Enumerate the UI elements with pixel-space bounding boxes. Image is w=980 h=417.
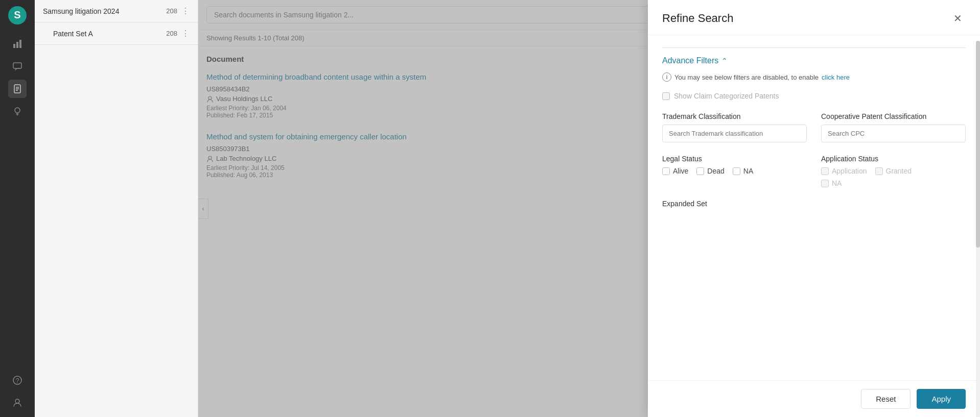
application-status-label: Application Status xyxy=(821,155,966,163)
scrollbar-track[interactable] xyxy=(976,41,980,417)
show-claim-checkbox-row: Show Claim Categorized Patents xyxy=(662,92,966,100)
advance-filters-label[interactable]: Advance Filters xyxy=(662,56,718,65)
click-here-link[interactable]: click here xyxy=(822,73,850,81)
trademark-section-label: Trademark Classification xyxy=(662,112,807,120)
status-section: Legal Status Alive Dead NA xyxy=(662,155,966,187)
expanded-set-label: Expanded Set xyxy=(662,200,966,208)
na-legal-checkbox[interactable] xyxy=(733,167,740,175)
close-panel-button[interactable]: ✕ xyxy=(949,10,966,27)
samsung-item-title: Samsung litigation 2024 xyxy=(43,7,166,15)
classification-section: Trademark Classification Cooperative Pat… xyxy=(662,112,966,142)
user-icon[interactable] xyxy=(8,394,27,412)
na-app-option: NA xyxy=(821,179,842,187)
info-icon: i xyxy=(662,72,671,82)
na-app-label: NA xyxy=(832,179,842,187)
alive-label: Alive xyxy=(673,167,688,175)
legal-status-col: Legal Status Alive Dead NA xyxy=(662,155,807,187)
svg-rect-5 xyxy=(13,63,21,68)
chart-icon[interactable] xyxy=(8,35,27,53)
svg-point-13 xyxy=(15,399,19,403)
cpc-search-input[interactable] xyxy=(821,125,966,142)
svg-text:?: ? xyxy=(16,377,19,384)
granted-checkbox xyxy=(875,167,883,175)
app-logo[interactable]: S xyxy=(7,5,28,26)
left-panel: Samsung litigation 2024 208 ⋮ Patent Set… xyxy=(35,0,198,417)
svg-rect-3 xyxy=(16,42,18,48)
trademark-search-input[interactable] xyxy=(662,125,807,142)
samsung-item-count: 208 xyxy=(166,7,177,15)
refine-search-panel: Refine Search ✕ Advance Filters ⌃ i You … xyxy=(648,0,980,417)
show-claim-checkbox[interactable] xyxy=(662,92,670,100)
svg-text:S: S xyxy=(14,9,20,20)
refine-panel-footer: Reset Apply xyxy=(648,380,980,417)
chat-icon[interactable] xyxy=(8,57,27,76)
application-status-col: Application Status Application Granted xyxy=(821,155,966,187)
granted-option: Granted xyxy=(875,167,912,175)
application-option: Application xyxy=(821,167,867,175)
cpc-col: Cooperative Patent Classification xyxy=(821,112,966,142)
alive-checkbox[interactable] xyxy=(662,167,670,175)
legal-status-label: Legal Status xyxy=(662,155,807,163)
scrollbar-thumb[interactable] xyxy=(976,41,980,248)
dead-option: Dead xyxy=(696,167,724,175)
trademark-col: Trademark Classification xyxy=(662,112,807,142)
document-icon[interactable] xyxy=(8,80,27,98)
application-checkbox xyxy=(821,167,829,175)
sidebar-bottom: ? xyxy=(8,371,27,412)
patent-set-a-item[interactable]: Patent Set A 208 ⋮ xyxy=(35,22,198,45)
cpc-section-label: Cooperative Patent Classification xyxy=(821,112,966,120)
sidebar: S ? xyxy=(0,0,35,417)
application-status-options: Application Granted NA xyxy=(821,167,966,187)
granted-label: Granted xyxy=(886,167,912,175)
reset-button[interactable]: Reset xyxy=(861,389,911,409)
samsung-litigation-item[interactable]: Samsung litigation 2024 208 ⋮ xyxy=(35,0,198,22)
application-label: Application xyxy=(832,167,867,175)
refine-panel-body: Advance Filters ⌃ i You may see below fi… xyxy=(648,35,980,380)
samsung-item-menu-icon[interactable]: ⋮ xyxy=(181,6,190,16)
app-status-row-1: Application Granted xyxy=(821,167,966,175)
lightbulb-icon[interactable] xyxy=(8,102,27,120)
patent-set-a-menu-icon[interactable]: ⋮ xyxy=(181,29,190,38)
svg-rect-2 xyxy=(13,44,15,48)
na-legal-label: NA xyxy=(743,167,753,175)
advance-filters-chevron-icon[interactable]: ⌃ xyxy=(721,57,728,65)
svg-point-10 xyxy=(15,108,20,113)
legal-status-options: Alive Dead NA xyxy=(662,167,807,175)
refine-panel-header: Refine Search ✕ xyxy=(648,0,980,35)
advance-filters-row: Advance Filters ⌃ xyxy=(662,56,966,65)
alive-option: Alive xyxy=(662,167,688,175)
show-claim-label: Show Claim Categorized Patents xyxy=(674,92,779,100)
patent-set-a-count: 208 xyxy=(166,30,177,37)
na-legal-option: NA xyxy=(733,167,753,175)
help-icon[interactable]: ? xyxy=(8,371,27,389)
apply-button[interactable]: Apply xyxy=(917,389,966,409)
na-app-checkbox xyxy=(821,180,829,187)
divider-top xyxy=(662,47,966,48)
svg-rect-4 xyxy=(19,40,21,48)
refine-panel-title: Refine Search xyxy=(662,12,733,25)
dead-label: Dead xyxy=(707,167,724,175)
info-text: You may see below filters are disabled, … xyxy=(674,73,819,81)
info-row: i You may see below filters are disabled… xyxy=(662,72,966,82)
patent-set-a-title: Patent Set A xyxy=(53,30,166,38)
dead-checkbox[interactable] xyxy=(696,167,704,175)
app-status-row-2: NA xyxy=(821,179,966,187)
